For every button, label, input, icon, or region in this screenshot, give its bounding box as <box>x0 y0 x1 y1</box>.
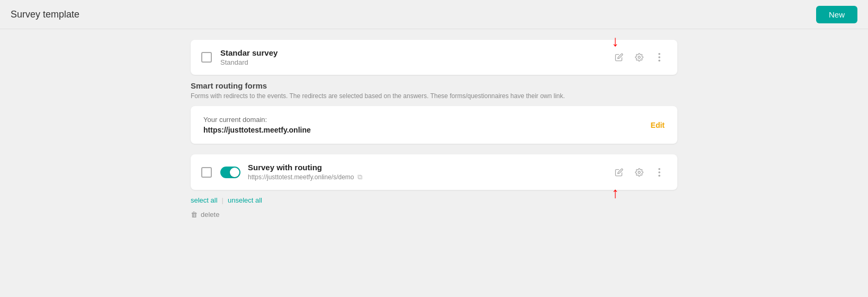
trash-icon: 🗑 <box>191 211 198 219</box>
domain-card: Your current domain: https://justtotest.… <box>191 106 677 144</box>
domain-info: Your current domain: https://justtotest.… <box>203 116 311 134</box>
unselect-all-link[interactable]: unselect all <box>228 196 262 204</box>
svg-point-7 <box>658 174 660 177</box>
smart-routing-section: Smart routing forms Forms with redirects… <box>191 81 677 100</box>
copy-url-icon[interactable]: ⧉ <box>357 173 362 181</box>
svg-point-1 <box>658 53 660 55</box>
svg-point-5 <box>658 168 660 170</box>
routing-survey-actions <box>612 165 667 180</box>
svg-point-3 <box>658 60 660 62</box>
routing-survey-info: Survey with routing https://justtotest.m… <box>248 163 612 181</box>
page-title: Survey template <box>11 9 79 20</box>
domain-label: Your current domain: <box>203 116 311 124</box>
smart-routing-desc: Forms with redirects to the events. The … <box>191 92 677 100</box>
routing-survey-gear-icon[interactable] <box>632 165 647 180</box>
standar-survey-edit-icon[interactable] <box>612 50 627 65</box>
routing-survey-card: Survey with routing https://justtotest.m… <box>191 154 677 190</box>
routing-survey-more-icon[interactable] <box>652 165 667 180</box>
select-all-link[interactable]: select all <box>191 196 218 204</box>
svg-point-6 <box>658 171 660 173</box>
standar-survey-gear-icon[interactable] <box>632 50 647 65</box>
toggle-track[interactable] <box>220 167 240 178</box>
standar-survey-info: Standar survey Standard <box>220 48 612 66</box>
svg-point-0 <box>638 56 640 58</box>
bulk-separator: | <box>222 196 223 204</box>
standar-survey-more-icon[interactable] <box>652 50 667 65</box>
header: Survey template New <box>0 0 868 29</box>
toggle-thumb <box>230 168 239 177</box>
routing-survey-toggle[interactable] <box>220 167 240 178</box>
standar-survey-actions <box>612 50 667 65</box>
delete-label: delete <box>201 211 219 219</box>
routing-survey-name: Survey with routing <box>248 163 612 172</box>
domain-value: https://justtotest.meetfy.online <box>203 126 311 134</box>
routing-survey-checkbox[interactable] <box>201 167 212 178</box>
standar-survey-checkbox[interactable] <box>201 52 212 63</box>
edit-domain-link[interactable]: Edit <box>651 121 665 129</box>
bulk-actions: select all | unselect all <box>191 196 677 204</box>
standar-survey-name: Standar survey <box>220 48 612 57</box>
new-button[interactable]: New <box>816 6 857 23</box>
svg-point-4 <box>638 171 640 173</box>
routing-survey-url: https://justtotest.meetfy.online/s/demo … <box>248 173 612 181</box>
standar-survey-card: Standar survey Standard <box>191 40 677 75</box>
page: ↓ ↑ Survey template New Standar survey S… <box>0 0 868 297</box>
delete-button[interactable]: 🗑 delete <box>191 211 219 219</box>
standar-survey-type: Standard <box>220 58 612 66</box>
routing-survey-edit-icon[interactable] <box>612 165 627 180</box>
svg-point-2 <box>658 56 660 58</box>
smart-routing-title: Smart routing forms <box>191 81 677 90</box>
main-content: Standar survey Standard Smart routing fo… <box>0 29 868 229</box>
